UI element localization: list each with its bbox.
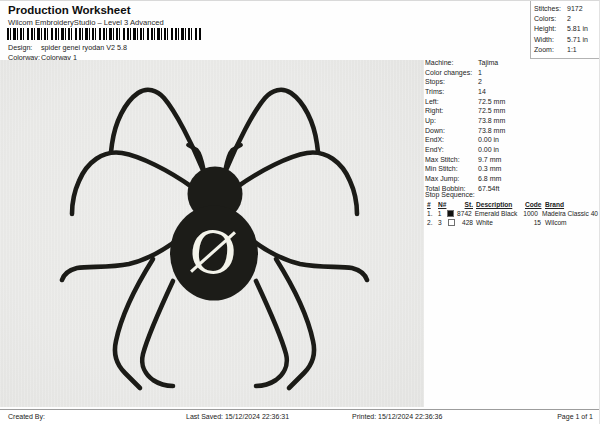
printed-timestamp: Printed: 15/12/2024 22:36:36 bbox=[352, 413, 442, 420]
width-value: 5.71 in bbox=[567, 35, 588, 45]
detail-row-endy: EndY:0.00 in bbox=[423, 145, 600, 155]
detail-row-up: Up:73.8 mm bbox=[423, 116, 600, 126]
stop-sequence-title: Stop Sequence: bbox=[425, 191, 475, 198]
summary-row-width: Width: 5.71 in bbox=[534, 35, 600, 45]
col-header-num: # bbox=[427, 200, 438, 209]
col-header-description: Description bbox=[473, 200, 525, 209]
design-summary-box: Stitches: 9172 Colors: 2 Height: 5.81 in… bbox=[530, 1, 600, 59]
summary-row-zoom: Zoom: 1:1 bbox=[534, 45, 600, 55]
stop-sequence-header-row: # N# St. Description Code Brand bbox=[427, 200, 598, 209]
zoom-value: 1:1 bbox=[567, 45, 577, 55]
detail-row-min-stitch: Min Stitch:0.3 mm bbox=[423, 164, 600, 174]
height-value: 5.81 in bbox=[567, 24, 588, 34]
col-header-brand: Brand bbox=[541, 200, 598, 209]
detail-row-machine: Machine:Tajima bbox=[423, 58, 600, 68]
design-row: Design: spider genei ryodan V2 5.8 bbox=[8, 43, 127, 52]
app-subtitle: Wilcom EmbroideryStudio – Level 3 Advanc… bbox=[8, 18, 164, 27]
stop-sequence-row: 2. 3 428 White 15 Wilcom bbox=[427, 218, 598, 227]
created-by-label: Created By: bbox=[8, 413, 45, 420]
colors-value: 2 bbox=[567, 14, 571, 24]
detail-row-right: Right:72.5 mm bbox=[423, 106, 600, 116]
detail-row-trims: Trims:14 bbox=[423, 87, 600, 97]
design-canvas: Ø bbox=[0, 60, 424, 407]
detail-row-color-changes: Color changes:1 bbox=[423, 68, 600, 78]
summary-row-colors: Colors: 2 bbox=[534, 14, 600, 24]
col-header-needle: N# bbox=[438, 200, 448, 209]
detail-row-stops: Stops:2 bbox=[423, 77, 600, 87]
stitches-label: Stitches: bbox=[534, 4, 567, 14]
worksheet-footer: Created By: Last Saved: 15/12/2024 22:36… bbox=[0, 409, 600, 424]
col-header-stitches: St. bbox=[448, 200, 473, 209]
detail-row-max-jump: Max Jump:6.8 mm bbox=[423, 174, 600, 184]
height-label: Height: bbox=[534, 24, 567, 34]
detail-row-endx: EndX:0.00 in bbox=[423, 135, 600, 145]
detail-row-left: Left:72.5 mm bbox=[423, 97, 600, 107]
detail-row-down: Down:73.8 mm bbox=[423, 126, 600, 136]
design-barcode bbox=[7, 28, 201, 40]
spider-design-image: Ø bbox=[0, 60, 424, 407]
production-worksheet-page: Production Worksheet Wilcom EmbroiderySt… bbox=[0, 0, 600, 424]
stop-sequence-table: # N# St. Description Code Brand 1. 1 874… bbox=[427, 200, 598, 227]
summary-row-stitches: Stitches: 9172 bbox=[534, 4, 600, 14]
stop-sequence-row: 1. 1 8742 Emerald Black 1000 Madeira Cla… bbox=[427, 209, 598, 218]
machine-details-panel: Machine:Tajima Color changes:1 Stops:2 T… bbox=[423, 58, 600, 193]
col-header-code: Code bbox=[525, 200, 541, 209]
thread-color-swatch bbox=[448, 219, 455, 226]
colors-label: Colors: bbox=[534, 14, 567, 24]
summary-row-height: Height: 5.81 in bbox=[534, 24, 600, 34]
page-number: Page 1 of 1 bbox=[557, 413, 593, 420]
design-value: spider genei ryodan V2 5.8 bbox=[41, 43, 127, 52]
stitches-value: 9172 bbox=[567, 4, 583, 14]
design-label: Design: bbox=[8, 43, 38, 52]
page-title: Production Worksheet bbox=[8, 4, 130, 16]
spider-monogram: Ø bbox=[186, 217, 240, 290]
last-saved-timestamp: Last Saved: 15/12/2024 22:36:31 bbox=[186, 413, 289, 420]
width-label: Width: bbox=[534, 35, 567, 45]
thread-color-swatch bbox=[447, 210, 454, 217]
zoom-label: Zoom: bbox=[534, 45, 567, 55]
detail-row-max-stitch: Max Stitch:9.7 mm bbox=[423, 155, 600, 165]
